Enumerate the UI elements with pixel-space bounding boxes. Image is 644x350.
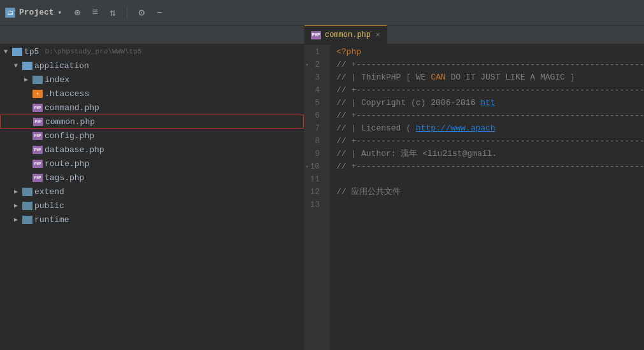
code-line-5: // | Copyright (c) 2006-2016 htt <box>336 97 644 109</box>
php-file-icon-route: PHP <box>32 160 43 168</box>
code-comment-10: // +------------------------------------… <box>336 162 644 171</box>
tab-bar-spacer <box>0 25 304 44</box>
code-content[interactable]: <?php // +------------------------------… <box>330 45 644 350</box>
line-num-10: ▸10 <box>304 160 325 173</box>
tree-item-database-php[interactable]: PHP database.php <box>0 143 304 157</box>
tree-item-extend[interactable]: ▶ extend <box>0 185 304 199</box>
code-line-8: // +------------------------------------… <box>336 135 644 148</box>
folder-icon-extend <box>22 188 32 196</box>
code-comment-6: // +------------------------------------… <box>336 111 644 120</box>
line-num-5: 5 <box>304 97 325 109</box>
code-comment-7a: // | Licensed ( <box>336 123 416 133</box>
tree-label-runtime: runtime <box>34 215 69 225</box>
code-comment-3: // | ThinkPHP [ WE CAN DO IT JUST LIKE A… <box>336 73 575 82</box>
tab-bar: PHP common.php × <box>0 25 644 45</box>
tab-php-icon: PHP <box>311 31 321 39</box>
project-title: Project <box>19 8 54 17</box>
tree-label-tp5: tp5 <box>24 47 39 57</box>
code-link-7[interactable]: http://www.apach <box>416 123 496 133</box>
code-comment-2: // +------------------------------------… <box>336 60 644 69</box>
line-num-11: 11 <box>304 173 325 186</box>
tree-item-config-php[interactable]: PHP config.php <box>0 129 304 143</box>
code-comment-4: // +------------------------------------… <box>336 85 644 95</box>
folder-icon-application <box>22 62 32 70</box>
line-num-4: 4 <box>304 84 325 97</box>
line-num-12: 12 <box>304 186 325 199</box>
tree-item-index[interactable]: ▶ index <box>0 73 304 87</box>
code-line-2: // +------------------------------------… <box>336 59 644 71</box>
code-line-13 <box>336 199 644 211</box>
tree-arrow-runtime: ▶ <box>14 216 20 223</box>
tree-label-htaccess: .htaccess <box>45 89 89 99</box>
line-num-6: 6 <box>304 109 325 122</box>
separator <box>127 6 127 19</box>
php-file-icon-command: PHP <box>32 104 43 112</box>
tree-arrow-tp5: ▼ <box>4 48 10 55</box>
code-line-7: // | Licensed ( http://www.apach <box>336 122 644 135</box>
line-num-1: 1 <box>304 46 325 59</box>
tree-item-common-php[interactable]: PHP common.php <box>0 115 304 129</box>
code-line-9: // | Author: 流年 <liu21st@gmail. <box>336 148 644 160</box>
project-dropdown-arrow[interactable]: ▾ <box>58 8 62 17</box>
line-num-2: ▸2 <box>304 59 325 71</box>
code-link-5[interactable]: htt <box>480 98 495 108</box>
php-file-icon-database: PHP <box>32 146 43 154</box>
tab-close-button[interactable]: × <box>376 31 380 39</box>
code-line-3: // | ThinkPHP [ WE CAN DO IT JUST LIKE A… <box>336 71 644 84</box>
tree-label-application: application <box>34 61 89 71</box>
tree-item-runtime[interactable]: ▶ runtime <box>0 213 304 227</box>
php-open-tag: <?php <box>336 47 361 57</box>
tree-item-public[interactable]: ▶ public <box>0 199 304 213</box>
tree-path-tp5: D:\phpstudy_pro\WWW\tp5 <box>45 48 141 55</box>
code-line-12: // 应用公共文件 <box>336 186 644 199</box>
line-num-3: 3 <box>304 71 325 84</box>
tree-label-extend: extend <box>34 187 64 197</box>
line-num-13: 13 <box>304 199 325 211</box>
tree-label-command-php: command.php <box>45 103 99 113</box>
tree-arrow-application: ▼ <box>14 62 20 69</box>
code-comment-12: // 应用公共文件 <box>336 187 401 197</box>
expand-all-icon[interactable]: ⇅ <box>106 6 119 19</box>
code-line-6: // +------------------------------------… <box>336 109 644 122</box>
code-comment-9: // | Author: 流年 <liu21st@gmail. <box>336 149 497 158</box>
code-empty-11 <box>336 174 341 184</box>
tree-item-htaccess[interactable]: ✦ .htaccess <box>0 87 304 101</box>
tree-label-database-php: database.php <box>45 145 104 155</box>
folder-icon-public <box>22 202 32 210</box>
code-comment-5a: // | Copyright (c) 2006-2016 <box>336 98 480 108</box>
line-num-7: 7 <box>304 122 325 135</box>
tree-arrow-public: ▶ <box>14 202 20 209</box>
code-editor-panel: 1 ▸2 3 4 5 6 7 8 9 ▸10 11 12 13 <?php //… <box>304 45 644 350</box>
folder-icon-tp5 <box>12 48 22 56</box>
line-num-8: 8 <box>304 135 325 148</box>
tree-label-index: index <box>45 75 69 85</box>
tree-label-public: public <box>34 201 64 211</box>
tree-label-route-php: route.php <box>45 159 89 169</box>
code-line-10: // +------------------------------------… <box>336 160 644 173</box>
line-numbers: 1 ▸2 3 4 5 6 7 8 9 ▸10 11 12 13 <box>304 45 330 350</box>
top-bar-icons: ⊕ ≡ ⇅ ⚙ – <box>71 6 166 19</box>
project-header: 🗂 Project ▾ ⊕ ≡ ⇅ ⚙ – <box>5 6 310 19</box>
tree-item-route-php[interactable]: PHP route.php <box>0 157 304 171</box>
folder-icon-index <box>32 76 43 84</box>
code-line-11 <box>336 173 644 186</box>
tree-item-application[interactable]: ▼ application <box>0 59 304 73</box>
tree-item-tp5[interactable]: ▼ tp5 D:\phpstudy_pro\WWW\tp5 <box>0 45 304 59</box>
tab-label: common.php <box>325 31 371 39</box>
code-empty-13 <box>336 200 341 209</box>
php-file-icon-tags: PHP <box>32 174 43 182</box>
add-icon[interactable]: ⊕ <box>71 6 83 19</box>
tree-arrow-extend: ▶ <box>14 188 20 195</box>
tree-item-command-php[interactable]: PHP command.php <box>0 101 304 115</box>
project-icon: 🗂 <box>5 8 15 18</box>
main-content: ▼ tp5 D:\phpstudy_pro\WWW\tp5 ▼ applicat… <box>0 45 644 350</box>
minimize-icon[interactable]: – <box>153 6 166 19</box>
htaccess-file-icon: ✦ <box>32 90 43 98</box>
code-line-4: // +------------------------------------… <box>336 84 644 97</box>
code-comment-8: // +------------------------------------… <box>336 136 644 146</box>
tree-label-config-php: config.php <box>45 131 94 141</box>
tree-item-tags-php[interactable]: PHP tags.php <box>0 171 304 185</box>
settings-icon[interactable]: ⚙ <box>135 6 148 19</box>
tab-common-php[interactable]: PHP common.php × <box>304 25 387 44</box>
collapse-all-icon[interactable]: ≡ <box>89 6 101 19</box>
